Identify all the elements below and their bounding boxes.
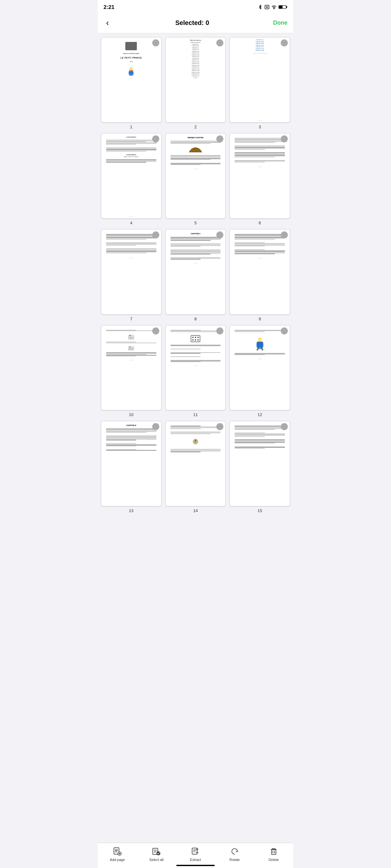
svg-line-22 — [129, 349, 129, 350]
svg-point-40 — [195, 438, 196, 439]
page-number: 7 — [130, 316, 132, 321]
page-number: 3 — [259, 124, 261, 129]
svg-point-13 — [130, 335, 131, 336]
list-item: - 7 - thumb.com 7 — [101, 229, 162, 321]
page-thumbnail[interactable]: - 9 - thumb.com — [229, 229, 290, 315]
svg-point-37 — [256, 349, 258, 350]
svg-point-27 — [192, 337, 194, 338]
list-item: CHAPITRE II — [165, 229, 226, 321]
done-button[interactable]: Done — [273, 20, 287, 26]
character-illustration — [127, 65, 136, 77]
select-circle[interactable] — [281, 135, 288, 143]
page-thumbnail[interactable]: - 6 - thumb.com — [229, 133, 290, 219]
pages-grid: Antoine de Saint-Exupéry LE PETIT PRINCE… — [98, 33, 293, 517]
list-item: À LÉON WERTH À LÉON WERTH Q — [101, 133, 162, 225]
svg-point-38 — [261, 349, 263, 350]
status-icons — [258, 5, 287, 10]
list-item: - 10 - thumb.com 10 — [101, 325, 162, 417]
bluetooth-icon — [258, 5, 262, 10]
svg-point-29 — [197, 337, 199, 338]
box-illustration — [190, 335, 201, 342]
page-thumbnail[interactable]: - 12 - thumb.com — [229, 325, 290, 411]
pages-content: Antoine de Saint-Exupéry LE PETIT PRINCE… — [98, 33, 293, 542]
select-circle[interactable] — [152, 39, 159, 46]
status-bar: 2:21 — [98, 0, 293, 14]
select-circle[interactable] — [152, 135, 159, 143]
page-number: 13 — [129, 508, 133, 513]
page-thumbnail[interactable]: - 10 - thumb.com — [101, 325, 162, 411]
page-number: 5 — [194, 220, 196, 225]
page-number: 11 — [193, 412, 198, 417]
list-item: Table des matières PREMIER CHAPITRE8 CHA… — [165, 37, 226, 129]
page-thumbnail[interactable]: - 11 - thumb.com — [165, 325, 226, 411]
svg-point-3 — [274, 8, 274, 9]
planet-illustration — [190, 437, 201, 447]
wifi-icon — [272, 5, 277, 10]
list-item: 15 — [229, 421, 290, 513]
battery-icon — [279, 5, 287, 10]
page-thumbnail[interactable]: Table des matières PREMIER CHAPITRE8 CHA… — [165, 37, 226, 123]
sheep-illustration — [126, 334, 136, 340]
svg-point-28 — [195, 337, 196, 338]
page-thumbnail[interactable]: CHAPITRE III — [101, 421, 162, 506]
svg-line-25 — [133, 349, 134, 350]
select-circle[interactable] — [281, 39, 288, 46]
page-title: Selected: 0 — [175, 19, 209, 27]
page-number: 6 — [259, 220, 261, 225]
nav-bar: ‹ Selected: 0 Done — [98, 14, 293, 33]
page-number: 12 — [257, 412, 262, 417]
list-item: CHAPITRE XXI1 CHAPITRE XXII64 CHAPITRE X… — [229, 37, 290, 129]
page-thumbnail[interactable] — [229, 421, 290, 506]
svg-rect-26 — [191, 335, 200, 342]
list-item: - 12 - thumb.com 12 — [229, 325, 290, 417]
select-circle[interactable] — [152, 423, 159, 430]
list-item: - 9 - thumb.com 9 — [229, 229, 290, 321]
page-thumbnail[interactable] — [165, 421, 226, 506]
list-item: Antoine de Saint-Exupéry LE PETIT PRINCE… — [101, 37, 162, 129]
page-number: 14 — [193, 508, 198, 513]
chapter-illustration — [189, 147, 202, 153]
select-circle[interactable] — [216, 328, 223, 335]
x-box-icon — [264, 5, 270, 10]
status-time: 2:21 — [104, 4, 114, 10]
page-number: 8 — [194, 316, 196, 321]
svg-point-21 — [129, 346, 131, 348]
list-item: 14 — [165, 421, 226, 513]
page-number: 1 — [130, 124, 132, 129]
page-thumbnail[interactable]: CHAPITRE II — [165, 229, 226, 315]
page-thumbnail[interactable]: À LÉON WERTH À LÉON WERTH Q — [101, 133, 162, 219]
page-thumbnail[interactable]: CHAPITRE XXI1 CHAPITRE XXII64 CHAPITRE X… — [229, 37, 290, 123]
svg-point-32 — [197, 339, 199, 341]
svg-point-31 — [195, 339, 196, 341]
list-item: PREMIER CHAPITRE — [165, 133, 226, 225]
little-prince-illustration — [254, 335, 266, 350]
select-circle[interactable] — [152, 328, 159, 335]
list-item: - 6 - thumb.com 6 — [229, 133, 290, 225]
page-number: 4 — [130, 220, 132, 225]
title-text: LE PETIT PRINCE — [120, 57, 142, 59]
page-number: 9 — [259, 316, 261, 321]
page-thumbnail[interactable]: Antoine de Saint-Exupéry LE PETIT PRINCE… — [101, 37, 162, 123]
cover-image — [125, 42, 137, 50]
author-text: Antoine de Saint-Exupéry — [123, 53, 139, 54]
svg-point-20 — [132, 346, 134, 348]
back-button[interactable]: ‹ — [104, 17, 112, 29]
select-circle[interactable] — [216, 231, 223, 239]
svg-line-14 — [129, 339, 129, 340]
page-thumbnail[interactable]: - 7 - thumb.com — [101, 229, 162, 315]
select-circle[interactable] — [281, 328, 288, 335]
year-text: 1943 — [130, 61, 133, 62]
svg-point-30 — [192, 339, 194, 341]
select-circle[interactable] — [281, 231, 288, 239]
page-thumbnail[interactable]: PREMIER CHAPITRE — [165, 133, 226, 219]
page-number: 10 — [129, 412, 133, 417]
list-item: CHAPITRE III — [101, 421, 162, 513]
svg-line-17 — [133, 339, 134, 340]
svg-rect-5 — [279, 5, 282, 8]
list-item: - 11 - thumb.com 11 — [165, 325, 226, 417]
page-number: 15 — [257, 508, 262, 513]
page-number: 2 — [194, 124, 196, 129]
select-circle[interactable] — [152, 231, 159, 239]
